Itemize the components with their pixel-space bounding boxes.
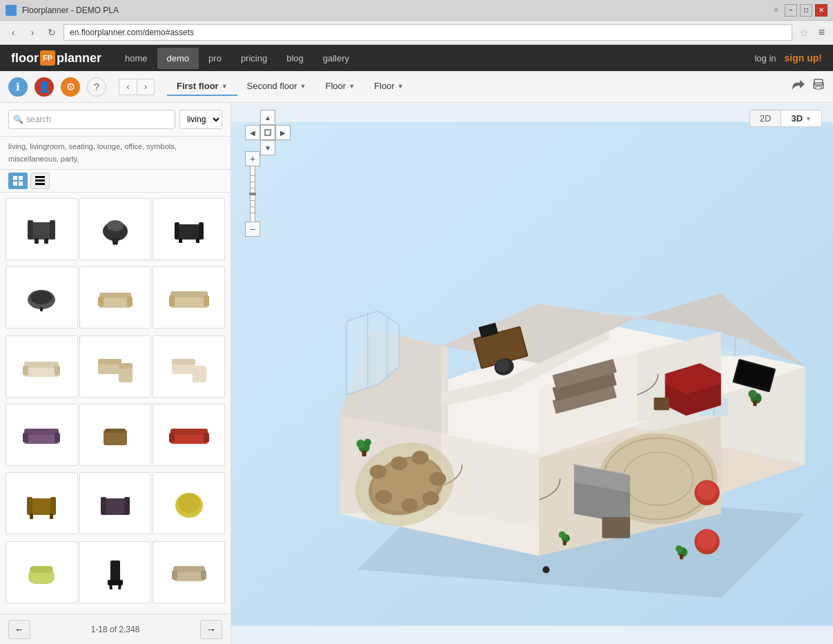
address-input[interactable] [63,24,792,41]
floorplan-svg [231,103,833,644]
svg-rect-127 [602,517,630,538]
nav-pricing[interactable]: pricing [231,48,277,69]
print-button[interactable] [812,79,825,95]
furniture-item-18[interactable] [153,541,225,603]
info-tool[interactable]: ℹ [8,77,28,97]
svg-rect-4 [19,176,23,180]
person-tool[interactable]: 👤 [35,77,54,97]
pan-left-button[interactable]: ◀ [245,125,260,140]
zoom-out-button[interactable]: − [245,222,260,237]
settings-tool[interactable]: ⚙ [61,77,80,97]
close-button[interactable]: ✕ [815,4,827,17]
3d-mode-button[interactable]: 3D ▼ [781,110,822,127]
nav-right: log in sign up! [754,52,822,64]
nav-home[interactable]: home [115,48,157,69]
svg-rect-68 [110,560,120,583]
pan-center[interactable] [260,125,275,140]
furniture-item-1[interactable] [6,198,78,260]
category-dropdown[interactable]: living [179,110,222,129]
first-floor-tab[interactable]: First floor ▼ [167,77,237,96]
furniture-item-9[interactable] [153,335,225,398]
svg-rect-53 [170,429,208,435]
pan-controls: ▲ ◀ ▶ ▼ [245,110,291,155]
third-floor-tab[interactable]: Floor ▼ [316,77,365,96]
svg-point-121 [697,481,716,500]
svg-rect-51 [105,429,126,433]
svg-rect-49 [55,433,60,442]
floor-tabs: First floor ▼ Second floor ▼ Floor ▼ Flo… [167,77,413,96]
back-button[interactable]: ‹ [6,25,21,40]
nav-blog[interactable]: blog [277,48,313,69]
fourth-floor-dropdown-icon[interactable]: ▼ [398,83,404,90]
share-button[interactable] [792,79,805,95]
minimize-button[interactable]: − [785,4,797,17]
help-tool[interactable]: ? [87,77,106,97]
furniture-item-5[interactable] [79,266,152,329]
furniture-item-4[interactable] [6,266,78,329]
list-view-button[interactable] [30,173,50,189]
window-controls: − □ ✕ [785,4,827,17]
nav-demo[interactable]: demo [157,48,199,69]
zoom-handle[interactable] [249,193,256,195]
svg-rect-14 [44,238,48,244]
svg-rect-7 [35,176,45,178]
second-floor-dropdown-icon[interactable]: ▼ [300,83,306,90]
furniture-item-2[interactable] [79,198,152,260]
view-mode-toggle: 2D 3D ▼ [749,110,822,127]
furniture-item-8[interactable] [79,335,152,398]
svg-rect-67 [30,566,53,573]
furniture-item-15[interactable] [153,472,225,534]
furniture-item-3[interactable] [153,198,225,260]
logo-planner-text: planner [57,51,101,66]
zoom-tick [251,182,255,182]
svg-rect-75 [201,570,206,580]
zoom-in-button[interactable]: + [245,151,260,166]
signup-link[interactable]: sign up! [785,52,822,64]
menu-icon[interactable]: ≡ [816,26,827,39]
svg-rect-12 [50,220,55,240]
svg-rect-55 [204,433,209,442]
address-bar-row: ‹ › ↻ ☆ ≡ [0,21,833,44]
3d-dropdown-arrow[interactable]: ▼ [805,115,812,122]
2d-mode-button[interactable]: 2D [749,110,781,127]
forward-button[interactable]: › [25,25,40,40]
svg-rect-11 [28,220,33,240]
search-input[interactable] [26,115,170,124]
furniture-item-12[interactable] [153,404,225,466]
bookmark-icon[interactable]: ☆ [796,26,812,39]
next-floor-button[interactable]: › [137,79,155,95]
furniture-item-7[interactable] [6,335,78,398]
tab-close[interactable]: ✕ [773,6,779,14]
svg-rect-146 [563,541,567,545]
prev-floor-button[interactable]: ‹ [119,79,137,95]
zoom-tick [251,213,255,213]
nav-gallery[interactable]: gallery [313,48,359,69]
login-link[interactable]: log in [754,53,776,64]
nav-pro[interactable]: pro [199,48,231,69]
furniture-item-6[interactable] [153,266,225,329]
zoom-slider[interactable] [250,166,255,222]
furniture-item-10[interactable] [6,404,78,466]
furniture-item-16[interactable] [6,541,78,603]
pan-middle-row: ◀ ▶ [245,125,291,140]
furniture-item-11[interactable] [79,404,152,466]
prev-page-button[interactable]: ← [8,620,30,639]
logo: floor FP planner [11,50,101,66]
pan-down-button[interactable]: ▼ [260,140,275,155]
fourth-floor-tab[interactable]: Floor ▼ [364,77,413,96]
maximize-button[interactable]: □ [800,4,812,17]
furniture-item-13[interactable] [6,472,78,534]
furniture-item-14[interactable] [79,472,152,534]
svg-rect-30 [127,297,133,306]
refresh-button[interactable]: ↻ [44,25,59,40]
furniture-item-17[interactable] [79,541,152,603]
next-page-button[interactable]: → [200,620,222,639]
grid-view-button[interactable] [8,173,28,189]
first-floor-dropdown-icon[interactable]: ▼ [222,83,228,90]
canvas-area[interactable]: ▲ ◀ ▶ ▼ + [231,103,833,644]
pan-up-button[interactable]: ▲ [260,110,275,125]
third-floor-dropdown-icon[interactable]: ▼ [349,83,355,90]
svg-rect-22 [179,238,182,243]
pan-right-button[interactable]: ▶ [275,125,291,140]
second-floor-tab[interactable]: Second floor ▼ [237,77,316,96]
